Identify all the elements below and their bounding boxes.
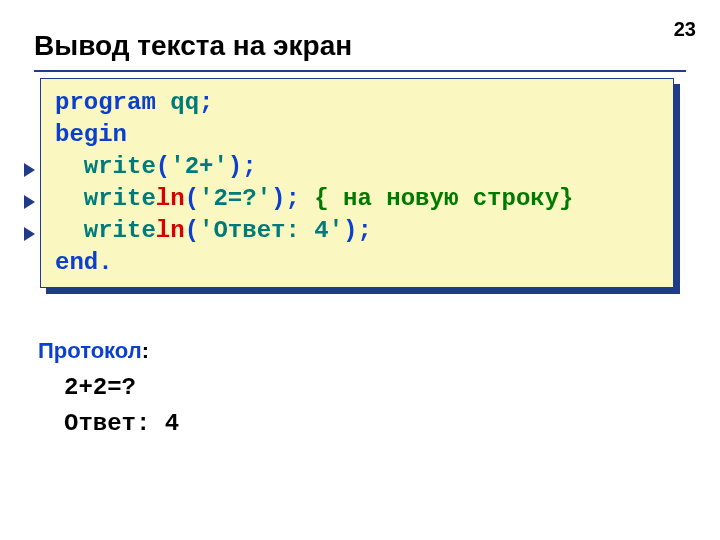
output-line-2: Ответ: 4 xyxy=(64,410,179,437)
kw-begin: begin xyxy=(55,121,127,148)
paren-open: ( xyxy=(185,185,199,212)
code-line-3: write('2+'); xyxy=(55,151,661,183)
str-arg: 'Ответ: 4' xyxy=(199,217,343,244)
paren-close: ) xyxy=(343,217,357,244)
semi: ; xyxy=(285,185,299,212)
comment: { на новую строку} xyxy=(314,185,573,212)
code-box: program qq; begin write('2+'); writeln('… xyxy=(40,78,674,288)
indent xyxy=(55,217,84,244)
output-line-1: 2+2=? xyxy=(64,374,136,401)
code-line-5: writeln('Ответ: 4'); xyxy=(55,215,661,247)
space xyxy=(300,185,314,212)
indent xyxy=(55,153,84,180)
code-line-2: begin xyxy=(55,119,661,151)
paren-open: ( xyxy=(156,153,170,180)
slide-title: Вывод текста на экран xyxy=(34,30,352,62)
bullet-arrow-icon xyxy=(24,163,35,177)
page-number: 23 xyxy=(674,18,696,41)
kw-program: program xyxy=(55,89,156,116)
paren-open: ( xyxy=(185,217,199,244)
bullet-arrow-icon xyxy=(24,227,35,241)
ln-suffix: ln xyxy=(156,217,185,244)
fn-write: write xyxy=(84,153,156,180)
str-arg: '2+' xyxy=(170,153,228,180)
slide: 23 Вывод текста на экран program qq; beg… xyxy=(0,0,720,540)
ln-suffix: ln xyxy=(156,185,185,212)
semi: ; xyxy=(357,217,371,244)
fn-write: write xyxy=(84,185,156,212)
title-underline xyxy=(34,70,686,72)
protocol-colon: : xyxy=(142,338,149,363)
prog-name: qq xyxy=(156,89,199,116)
paren-close: ) xyxy=(228,153,242,180)
kw-end: end xyxy=(55,249,98,276)
paren-close: ) xyxy=(271,185,285,212)
code-line-1: program qq; xyxy=(55,87,661,119)
protocol-label: Протокол: xyxy=(38,338,149,364)
bullet-arrow-icon xyxy=(24,195,35,209)
code-line-4: writeln('2=?'); { на новую строку} xyxy=(55,183,661,215)
fn-write: write xyxy=(84,217,156,244)
dot: . xyxy=(98,249,112,276)
semi: ; xyxy=(199,89,213,116)
indent xyxy=(55,185,84,212)
protocol-label-text: Протокол xyxy=(38,338,142,363)
code-line-6: end. xyxy=(55,247,661,279)
str-arg: '2=?' xyxy=(199,185,271,212)
semi: ; xyxy=(242,153,256,180)
